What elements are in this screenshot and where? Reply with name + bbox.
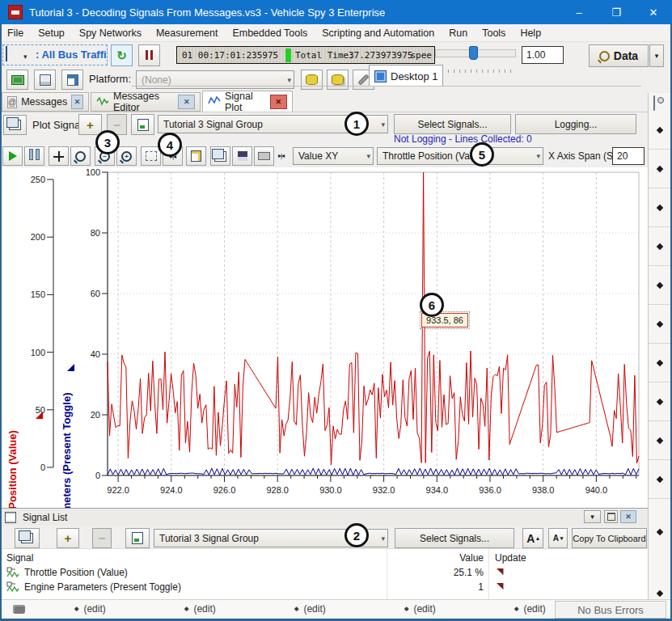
status-edit-slot[interactable]: ◆ (edit): [294, 603, 326, 615]
pause-capture-button[interactable]: [138, 44, 160, 66]
zoom-in-button[interactable]: +: [116, 146, 137, 166]
plot-signals-menu-button[interactable]: [3, 115, 27, 135]
font-increase-button[interactable]: A▴: [522, 528, 543, 548]
bus-filter-selector[interactable]: ▾ : All Bus Traffic: [2, 44, 108, 65]
list-select-signals-button[interactable]: Select Signals...: [395, 528, 514, 548]
dock-marker-icon: [657, 126, 663, 133]
desktop-icon: [374, 70, 387, 82]
panel-close-button[interactable]: ✕: [620, 510, 636, 523]
doc-tab-signal-plot[interactable]: Signal Plot ✕: [202, 91, 293, 112]
add-plot-button[interactable]: +: [78, 114, 102, 135]
minimize-button[interactable]: –: [560, 0, 598, 24]
column-header-update[interactable]: Update: [495, 552, 526, 564]
signal-row[interactable]: Throttle Position (Value) 25.1 % ◥: [0, 565, 648, 580]
status-edit-slot[interactable]: ◆ (edit): [514, 603, 546, 615]
x-axis-span-label: X Axis Span (S): [548, 150, 616, 162]
menu-item-spy-networks[interactable]: Spy Networks: [72, 24, 149, 42]
select-signals-button[interactable]: Select Signals...: [394, 114, 511, 134]
menu-item-measurement[interactable]: Measurement: [149, 24, 225, 42]
dock-marker-icon: [657, 529, 663, 535]
dock-slot[interactable]: [649, 382, 671, 421]
bus-filter-label: : All Bus Traffic: [36, 49, 107, 61]
region-select-icon: [146, 151, 157, 161]
menu-item-file[interactable]: File: [0, 24, 31, 42]
tab-close-icon[interactable]: ✕: [270, 95, 287, 109]
copy-plot-button[interactable]: [210, 146, 230, 166]
dock-slot[interactable]: [649, 111, 671, 150]
signal-row[interactable]: Engine Parameters (Present Toggle) 1 ◥: [0, 580, 648, 594]
remove-signal-button[interactable]: −: [92, 528, 112, 548]
chevron-down-icon: ▾: [287, 76, 291, 84]
platform-setup-button[interactable]: [61, 70, 83, 90]
plot-pause-button[interactable]: [24, 146, 44, 166]
signal-plot-chart[interactable]: 050100150200250020406080100922.0924.0926…: [0, 167, 648, 508]
status-edit-slot[interactable]: ◆ (edit): [74, 603, 106, 615]
signal-name: Engine Parameters (Present Toggle): [24, 581, 181, 593]
status-edit-slot[interactable]: ◆ (edit): [184, 603, 216, 615]
annotation-circle-6: 6: [420, 293, 444, 317]
doc-tab-label: Signal Plot: [225, 91, 266, 113]
signal-group-button[interactable]: [125, 528, 150, 548]
update-flag-icon: ◥: [497, 566, 503, 577]
pan-button[interactable]: [49, 146, 69, 166]
copy-to-clipboard-button[interactable]: Copy To Clipboard: [572, 528, 647, 548]
close-button[interactable]: ✕: [635, 0, 672, 24]
panel-menu-button[interactable]: ▾: [584, 510, 601, 523]
dock-slot[interactable]: [649, 150, 671, 188]
spy-setup-icon[interactable]: [6, 47, 7, 61]
logging-button[interactable]: Logging...: [515, 114, 636, 134]
papers-icon: [21, 533, 33, 543]
save-plot-button[interactable]: [232, 146, 252, 166]
plot-properties-button[interactable]: [186, 146, 206, 166]
chevron-down-icon[interactable]: ▾: [23, 53, 27, 61]
dock-slot[interactable]: [649, 305, 671, 344]
desktop-tab[interactable]: Desktop 1: [369, 65, 443, 87]
menu-item-scripting-and-automation[interactable]: Scripting and Automation: [315, 24, 442, 42]
dock-slot[interactable]: [649, 460, 671, 499]
status-edit-slot[interactable]: ◆ (edit): [404, 603, 436, 615]
dock-slot[interactable]: [649, 227, 671, 266]
hardware-button[interactable]: [6, 70, 28, 90]
menu-item-setup[interactable]: Setup: [31, 24, 72, 42]
save-setup-button[interactable]: [34, 70, 56, 90]
dock-slot[interactable]: [649, 344, 671, 382]
x-axis-span-input[interactable]: 20: [612, 147, 645, 165]
zoom-cursor-button[interactable]: [70, 146, 91, 166]
database-save-button[interactable]: [327, 70, 349, 90]
speed-slider-thumb[interactable]: [469, 46, 478, 60]
tab-close-icon[interactable]: ✕: [178, 95, 195, 109]
plot-area[interactable]: [108, 172, 639, 475]
menu-item-tools[interactable]: Tools: [475, 24, 513, 42]
data-dropdown-button[interactable]: ▾: [649, 44, 664, 67]
platform-icon: [67, 74, 78, 86]
font-decrease-button[interactable]: A▾: [548, 528, 568, 548]
plot-signal-select[interactable]: Throttle Position (Value) ▾: [377, 147, 543, 165]
dock-slot[interactable]: [649, 266, 671, 305]
speed-value-input[interactable]: 1.00: [522, 46, 564, 64]
menu-item-run[interactable]: Run: [442, 24, 475, 42]
refresh-button[interactable]: ↻: [111, 44, 133, 66]
plot-play-button[interactable]: [2, 146, 23, 166]
annotation-number: 1: [353, 117, 360, 131]
column-header-signal[interactable]: Signal: [6, 552, 33, 564]
add-signal-button[interactable]: +: [57, 528, 79, 548]
maximize-button[interactable]: ❐: [598, 0, 635, 24]
time-display: 01 00:17:01:235975 Total Time: 37.273973…: [176, 46, 435, 64]
menu-item-embedded-tools[interactable]: Embedded Tools: [225, 24, 315, 42]
panel-restore-button[interactable]: [604, 510, 618, 523]
data-button[interactable]: Data: [589, 44, 649, 67]
signal-group-button[interactable]: [131, 114, 154, 135]
menu-item-help[interactable]: Help: [513, 24, 548, 42]
doc-tab-messages[interactable]: @ Messages ✕: [2, 92, 89, 112]
plot-mode-select[interactable]: Value XY ▾: [293, 147, 374, 165]
dock-slot[interactable]: [649, 421, 671, 460]
dock-slot[interactable]: [649, 188, 671, 227]
dock-marker-icon: [657, 437, 663, 443]
doc-tab-messages-editor[interactable]: Messages Editor ✕: [91, 92, 201, 112]
column-header-value[interactable]: Value: [387, 552, 484, 564]
left-axis-tick-label: 250: [31, 175, 45, 184]
signal-list-menu-button[interactable]: [15, 528, 40, 548]
print-plot-button[interactable]: [254, 146, 274, 166]
tab-close-icon[interactable]: ✕: [71, 95, 83, 109]
database-button[interactable]: [301, 70, 323, 90]
